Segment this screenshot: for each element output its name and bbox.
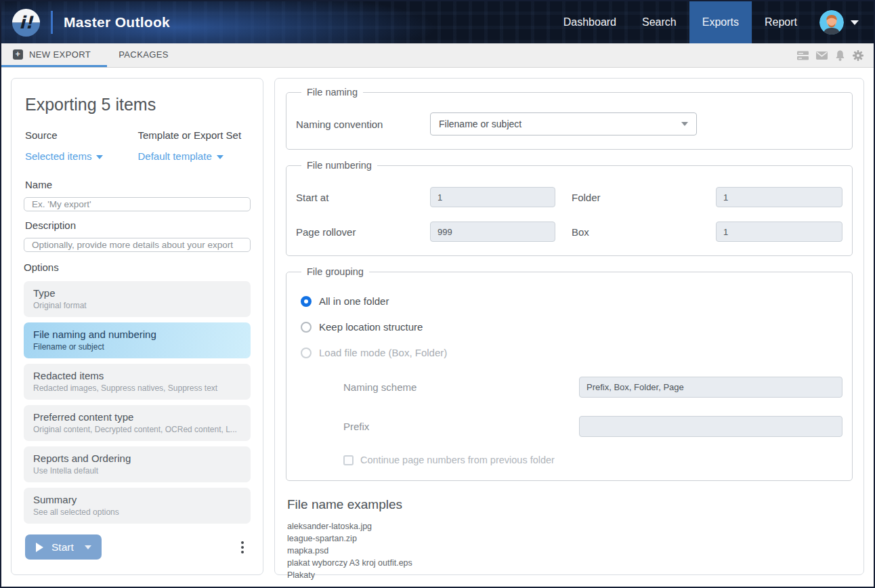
main-nav: Dashboard Search Exports Report — [551, 1, 810, 43]
more-options-button[interactable] — [237, 539, 248, 556]
radio-icon[interactable] — [301, 296, 312, 307]
example-file: Plakaty — [287, 569, 853, 581]
continue-page-numbers-checkbox-row[interactable]: Continue page numbers from previous fold… — [343, 455, 842, 465]
file-naming-legend: File naming — [301, 87, 363, 98]
radio-load-file-mode[interactable]: Load file mode (Box, Folder) — [301, 347, 842, 358]
start-at-input[interactable] — [430, 187, 555, 207]
page-title: Exporting 5 items — [25, 95, 251, 114]
start-at-label: Start at — [296, 192, 430, 203]
options-label: Options — [24, 261, 251, 273]
nav-item-dashboard[interactable]: Dashboard — [551, 1, 629, 43]
file-numbering-fieldset: File numbering Start at Folder Page roll… — [286, 160, 853, 256]
name-label: Name — [25, 179, 251, 190]
folder-label: Folder — [555, 192, 716, 203]
chevron-down-icon — [217, 155, 223, 159]
name-input[interactable] — [24, 197, 251, 211]
brand: i! Master Outlook — [1, 1, 170, 43]
box-input[interactable] — [716, 222, 842, 242]
case-title: Master Outlook — [64, 14, 170, 30]
description-input[interactable] — [24, 238, 251, 252]
radio-icon[interactable] — [301, 322, 312, 333]
tab-bar: + NEW EXPORT PACKAGES — [1, 43, 874, 68]
user-menu[interactable] — [810, 1, 874, 43]
option-redacted-items[interactable]: Redacted items Redacted images, Suppress… — [24, 364, 251, 400]
gear-icon[interactable] — [852, 49, 864, 62]
page-rollover-input[interactable] — [430, 222, 555, 242]
source-label: Source — [25, 129, 138, 141]
file-grouping-fieldset: File grouping All in one folder Keep loc… — [286, 266, 853, 481]
avatar[interactable] — [819, 10, 844, 35]
naming-convention-label: Naming convention — [296, 119, 430, 130]
example-file: aleksander-latoska.jpg — [287, 520, 853, 532]
export-summary-panel: Exporting 5 items Source Template or Exp… — [11, 78, 263, 575]
prefix-label: Prefix — [343, 421, 579, 432]
naming-scheme-input[interactable] — [579, 377, 842, 398]
file-naming-settings-panel: File naming Naming convention Filename o… — [274, 78, 864, 575]
options-list: Type Original format File naming and num… — [24, 281, 251, 529]
bell-icon[interactable] — [834, 49, 846, 62]
description-label: Description — [25, 219, 251, 231]
app-window: i! Master Outlook Dashboard Search Expor… — [0, 0, 875, 588]
file-numbering-legend: File numbering — [301, 160, 377, 171]
play-icon — [36, 543, 43, 552]
file-name-examples-list: aleksander-latoska.jpg league-spartan.zi… — [286, 520, 853, 581]
chevron-down-icon — [681, 122, 688, 126]
tab-label: PACKAGES — [119, 49, 169, 60]
start-caret-icon[interactable] — [85, 545, 91, 549]
example-file: plakat wyborczy A3 kroj outfit.eps — [287, 557, 853, 569]
option-preferred-content[interactable]: Preferred content type Original content,… — [24, 405, 251, 441]
tasks-icon[interactable] — [796, 49, 809, 62]
example-file: mapka.psd — [287, 545, 853, 557]
app-logo-icon: i! — [11, 7, 41, 38]
tab-packages[interactable]: PACKAGES — [107, 43, 185, 67]
start-button[interactable]: Start — [25, 534, 102, 560]
folder-input[interactable] — [716, 187, 842, 207]
radio-keep-location-structure[interactable]: Keep location structure — [301, 321, 842, 333]
nav-item-exports[interactable]: Exports — [689, 1, 752, 43]
naming-convention-select[interactable]: Filename or subject — [430, 112, 697, 135]
tab-new-export[interactable]: + NEW EXPORT — [1, 43, 107, 67]
tabbar-actions — [796, 43, 874, 67]
source-dropdown[interactable]: Selected items — [25, 150, 103, 162]
content-area: Exporting 5 items Source Template or Exp… — [1, 68, 874, 587]
user-caret-icon — [851, 20, 859, 25]
naming-scheme-label: Naming scheme — [343, 381, 579, 393]
radio-all-in-one-folder[interactable]: All in one folder — [301, 295, 842, 307]
brand-divider — [51, 11, 53, 34]
radio-icon[interactable] — [301, 348, 312, 358]
file-name-examples-title: File name examples — [287, 497, 853, 512]
option-reports-ordering[interactable]: Reports and Ordering Use Intella default — [24, 446, 251, 482]
box-label: Box — [555, 226, 716, 238]
file-grouping-legend: File grouping — [301, 266, 369, 277]
template-dropdown[interactable]: Default template — [138, 150, 223, 162]
template-label: Template or Export Set — [138, 129, 251, 141]
checkbox-icon[interactable] — [343, 455, 354, 465]
page-rollover-label: Page rollover — [296, 226, 430, 238]
option-summary[interactable]: Summary See all selected options — [24, 488, 251, 524]
option-file-naming[interactable]: File naming and numbering Filename or su… — [24, 322, 251, 358]
plus-icon: + — [13, 49, 23, 60]
nav-item-report[interactable]: Report — [752, 1, 810, 43]
file-naming-fieldset: File naming Naming convention Filename o… — [286, 87, 853, 150]
example-file: league-spartan.zip — [287, 532, 853, 545]
nav-item-search[interactable]: Search — [629, 1, 689, 43]
prefix-input[interactable] — [579, 416, 842, 437]
svg-text:i!: i! — [19, 12, 34, 33]
tab-label: NEW EXPORT — [29, 49, 91, 60]
navbar: i! Master Outlook Dashboard Search Expor… — [1, 1, 874, 43]
mail-icon[interactable] — [815, 49, 828, 62]
option-type[interactable]: Type Original format — [24, 281, 251, 317]
chevron-down-icon — [96, 155, 103, 159]
